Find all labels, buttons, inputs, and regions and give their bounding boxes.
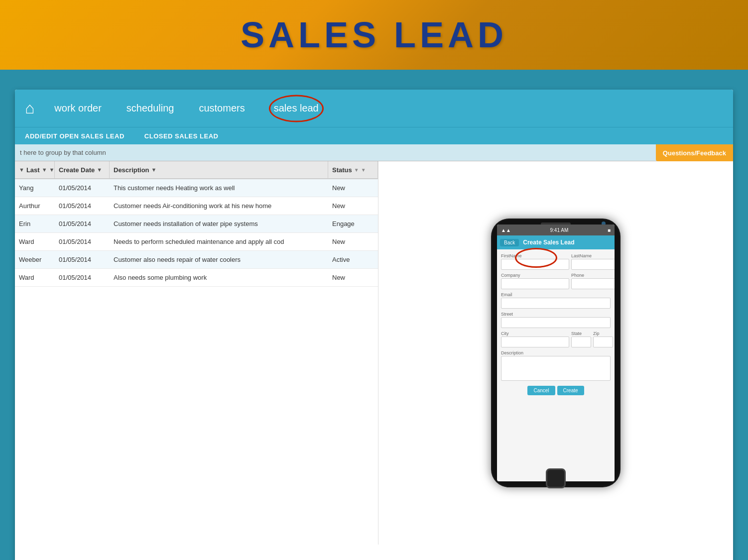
page-header: SALES LEAD [0, 0, 748, 70]
table-header: ▼ Last ▼ ▼ Create Date ▼ Description ▼ [15, 161, 378, 179]
filter-icon-date[interactable]: ▼ [97, 167, 102, 173]
street-label: Street [501, 312, 611, 317]
phone-battery: ■ [608, 227, 611, 233]
phone-name-row: FirstName LastName [501, 253, 611, 270]
td-last: Yang [15, 184, 55, 192]
nav-item-customers[interactable]: customers [194, 90, 249, 127]
sales-lead-label: sales lead [274, 103, 319, 114]
navbar: ⌂ work order scheduling customers sales … [15, 90, 733, 127]
td-date: 01/05/2014 [55, 238, 110, 245]
sort-icon-status[interactable]: ▼ [361, 167, 366, 173]
td-date: 01/05/2014 [55, 184, 110, 192]
phone-cancel-button[interactable]: Cancel [527, 386, 555, 395]
th-date-label: Create Date [59, 166, 95, 174]
group-bar: t here to group by that column Questions… [15, 144, 733, 161]
td-last: Erin [15, 220, 55, 227]
td-description: Needs to perform scheduled maintenance a… [110, 238, 328, 245]
td-date: 01/05/2014 [55, 274, 110, 281]
td-description: This customer needs Heating work as well [110, 184, 328, 192]
description-label: Description [501, 350, 611, 355]
company-input[interactable] [501, 278, 569, 289]
nav-item-scheduling[interactable]: scheduling [122, 90, 179, 127]
phone-firstname-group: FirstName [501, 253, 569, 270]
email-input[interactable] [501, 298, 611, 309]
nav-item-work-order[interactable]: work order [49, 90, 106, 127]
phone-area: ▲▲ 9:41 AM ■ Back Create Sales Lead [378, 161, 733, 545]
td-status: New [328, 184, 378, 192]
state-input[interactable] [571, 336, 591, 347]
phone-back-button[interactable]: Back [500, 239, 519, 246]
table-row[interactable]: Ward 01/05/2014 Also needs some plumbing… [15, 269, 378, 287]
phone-email-group: Email [501, 292, 611, 309]
filter-icon-desc[interactable]: ▼ [151, 167, 157, 173]
filter-icon-last[interactable]: ▼ [19, 167, 24, 173]
firstname-input[interactable] [501, 259, 569, 270]
table-row[interactable]: Aurthur 01/05/2014 Customer needs Air-co… [15, 197, 378, 215]
phone-input[interactable] [571, 278, 615, 289]
td-status: New [328, 274, 378, 281]
phone-time: 9:41 AM [550, 227, 569, 233]
phone-nav-bar: Back Create Sales Lead [497, 235, 615, 249]
nav-item-sales-lead[interactable]: sales lead [265, 90, 328, 127]
lastname-input[interactable] [571, 259, 615, 270]
table-row[interactable]: Erin 01/05/2014 Customer needs installat… [15, 215, 378, 233]
td-status: New [328, 202, 378, 210]
phone-city-state-zip-row: City State Zip [501, 331, 611, 347]
table-phone-container: ▼ Last ▼ ▼ Create Date ▼ Description ▼ [15, 161, 733, 545]
td-description: Also needs some plumbing work [110, 274, 328, 281]
td-date: 01/05/2014 [55, 256, 110, 263]
th-date: Create Date ▼ [55, 161, 110, 178]
questions-feedback-button[interactable]: Questions/Feedback [656, 144, 733, 161]
phone-description-group: Description [501, 350, 611, 381]
table-row[interactable]: Ward 01/05/2014 Needs to perform schedul… [15, 233, 378, 251]
table-row[interactable]: Weeber 01/05/2014 Customer also needs re… [15, 251, 378, 269]
sort-icon-last[interactable]: ▼ [42, 167, 47, 173]
home-icon[interactable]: ⌂ [25, 99, 34, 117]
td-status: Active [328, 256, 378, 263]
sub-nav-closed[interactable]: CLOSED SALES LEAD [144, 132, 219, 140]
td-status: Engage [328, 220, 378, 227]
phone-company-group: Company [501, 273, 569, 289]
sub-nav-add-edit[interactable]: ADD/EDIT OPEN SALES LEAD [25, 132, 125, 140]
phone-label: Phone [571, 273, 615, 278]
filter-icon-status[interactable]: ▼ [354, 167, 359, 173]
th-status: Status ▼ ▼ [328, 161, 378, 178]
table-body: Yang 01/05/2014 This customer needs Heat… [15, 179, 378, 287]
td-last: Ward [15, 238, 55, 245]
city-input[interactable] [501, 336, 569, 347]
phone-zip-group: Zip [593, 331, 613, 347]
th-last: ▼ Last ▼ ▼ [15, 161, 55, 178]
firstname-label: FirstName [501, 253, 569, 258]
state-label: State [571, 331, 591, 336]
td-description: Customer needs installation of water pip… [110, 220, 328, 227]
phone-state-group: State [571, 331, 591, 347]
phone-home-button[interactable] [546, 468, 566, 488]
td-last: Weeber [15, 256, 55, 263]
td-description: Customer needs Air-conditioning work at … [110, 202, 328, 210]
street-input[interactable] [501, 317, 611, 328]
zip-input[interactable] [593, 336, 613, 347]
th-desc-label: Description [114, 166, 149, 174]
phone-phone-group: Phone [571, 273, 615, 289]
td-last: Ward [15, 274, 55, 281]
description-textarea[interactable] [501, 356, 611, 381]
email-label: Email [501, 292, 611, 297]
phone-city-group: City [501, 331, 569, 347]
group-bar-text: t here to group by that column [20, 149, 106, 156]
sub-navbar: ADD/EDIT OPEN SALES LEAD CLOSED SALES LE… [15, 127, 733, 144]
phone-street-group: Street [501, 312, 611, 328]
main-area: ⌂ work order scheduling customers sales … [0, 70, 748, 560]
phone-form-buttons: Cancel Create [501, 386, 611, 395]
phone-screen: ▲▲ 9:41 AM ■ Back Create Sales Lead [497, 224, 615, 481]
table-row[interactable]: Yang 01/05/2014 This customer needs Heat… [15, 179, 378, 197]
table-container: ▼ Last ▼ ▼ Create Date ▼ Description ▼ [15, 161, 378, 545]
td-description: Customer also needs repair of water cool… [110, 256, 328, 263]
th-status-label: Status [332, 166, 352, 174]
phone-create-button[interactable]: Create [557, 386, 584, 395]
filter-icon2-last[interactable]: ▼ [49, 167, 55, 173]
company-label: Company [501, 273, 569, 278]
content-box: ⌂ work order scheduling customers sales … [15, 90, 733, 560]
phone-form: FirstName LastName Company [497, 249, 615, 399]
zip-label: Zip [593, 331, 613, 336]
lastname-label: LastName [571, 253, 615, 258]
